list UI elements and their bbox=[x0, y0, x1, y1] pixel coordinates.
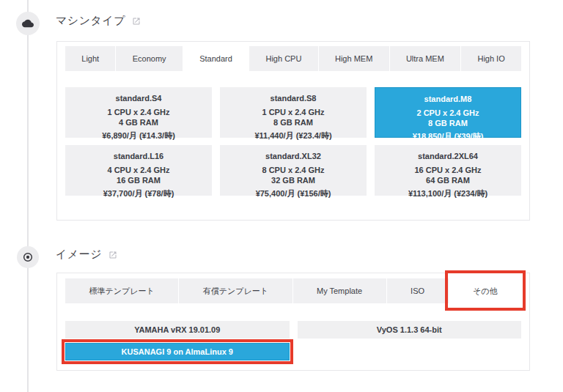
tab-light[interactable]: Light bbox=[65, 46, 115, 71]
card-standard-s8[interactable]: standard.S8 1 CPU x 2.4 GHz 8 GB RAM ¥11… bbox=[220, 87, 367, 138]
image-step-marker bbox=[17, 246, 39, 268]
tab-economy[interactable]: Economy bbox=[116, 46, 182, 71]
card-ram: 64 GB RAM bbox=[375, 175, 521, 185]
card-ram: 32 GB RAM bbox=[220, 175, 367, 185]
machine-type-tabs: Light Economy Standard High CPU High MEM… bbox=[65, 46, 521, 71]
card-ram: 8 GB RAM bbox=[375, 118, 520, 128]
card-price: ¥6,890/月 (¥14.3/時) bbox=[65, 130, 212, 141]
tab-my-template[interactable]: My Template bbox=[293, 278, 386, 303]
card-standard-l16[interactable]: standard.L16 4 CPU x 2.4 GHz 16 GB RAM ¥… bbox=[65, 145, 212, 196]
card-name: standard.2XL64 bbox=[375, 151, 521, 161]
option-yamaha-vrx[interactable]: YAMAHA vRX 19.01.09 bbox=[65, 321, 290, 339]
card-price: ¥113,100/月 (¥234/時) bbox=[375, 188, 521, 199]
card-ram: 8 GB RAM bbox=[220, 117, 367, 127]
card-cpu: 2 CPU x 2.4 GHz bbox=[375, 108, 520, 118]
card-cpu: 16 CPU x 2.4 GHz bbox=[375, 165, 521, 175]
card-cpu: 1 CPU x 2.4 GHz bbox=[65, 107, 212, 117]
card-standard-xl32[interactable]: standard.XL32 8 CPU x 2.4 GHz 32 GB RAM … bbox=[220, 145, 367, 196]
card-name: standard.XL32 bbox=[220, 151, 367, 161]
card-ram: 4 GB RAM bbox=[65, 117, 212, 127]
card-cpu: 4 CPU x 2.4 GHz bbox=[65, 165, 212, 175]
card-ram: 16 GB RAM bbox=[65, 175, 212, 185]
tab-ultra-mem[interactable]: Ultra MEM bbox=[390, 46, 461, 71]
card-name: standard.L16 bbox=[65, 151, 212, 161]
external-link-icon[interactable] bbox=[108, 251, 117, 259]
tab-other-label: その他 bbox=[473, 286, 498, 297]
card-price: ¥18,850/月 (¥39/時) bbox=[375, 131, 520, 141]
machine-type-step-marker bbox=[16, 12, 40, 35]
tab-other[interactable]: その他 bbox=[449, 278, 521, 303]
tab-iso[interactable]: ISO bbox=[387, 278, 449, 303]
disc-target-icon bbox=[22, 251, 34, 263]
cloud-icon bbox=[22, 18, 34, 29]
option-vyos[interactable]: VyOS 1.1.3 64-bit bbox=[298, 321, 522, 339]
setup-wizard-page: マシンタイプ Light Economy Standard High CPU H… bbox=[0, 0, 563, 392]
card-standard-2xl64[interactable]: standard.2XL64 16 CPU x 2.4 GHz 64 GB RA… bbox=[375, 145, 521, 196]
machine-type-panel: Light Economy Standard High CPU High MEM… bbox=[56, 41, 530, 221]
card-name: standard.S4 bbox=[65, 93, 212, 103]
option-kusanagi-selected[interactable]: KUSANAGI 9 on AlmaLinux 9 bbox=[65, 343, 290, 360]
image-title: イメージ bbox=[56, 248, 102, 262]
machine-type-header: マシンタイプ bbox=[56, 14, 141, 28]
image-panel: 標準テンプレート 有償テンプレート My Template ISO その他 YA… bbox=[56, 273, 530, 371]
card-standard-s4[interactable]: standard.S4 1 CPU x 2.4 GHz 4 GB RAM ¥6,… bbox=[65, 87, 212, 138]
image-options: YAMAHA vRX 19.01.09 VyOS 1.1.3 64-bit KU… bbox=[65, 321, 521, 360]
option-kusanagi-label: KUSANAGI 9 on AlmaLinux 9 bbox=[122, 347, 233, 356]
card-name: standard.M8 bbox=[375, 94, 520, 104]
image-tabs: 標準テンプレート 有償テンプレート My Template ISO その他 bbox=[65, 278, 521, 303]
card-cpu: 1 CPU x 2.4 GHz bbox=[220, 107, 367, 117]
card-price: ¥11,440/月 (¥23.4/時) bbox=[220, 130, 367, 141]
tab-standard-template[interactable]: 標準テンプレート bbox=[65, 278, 178, 303]
tab-standard[interactable]: Standard bbox=[183, 46, 249, 71]
card-name: standard.S8 bbox=[220, 93, 367, 103]
image-header: イメージ bbox=[56, 248, 117, 262]
timeline-line bbox=[27, 0, 29, 392]
tab-paid-template[interactable]: 有償テンプレート bbox=[179, 278, 292, 303]
card-cpu: 8 CPU x 2.4 GHz bbox=[220, 165, 367, 175]
card-standard-m8-selected[interactable]: standard.M8 2 CPU x 2.4 GHz 8 GB RAM ¥18… bbox=[375, 87, 521, 138]
card-price: ¥37,700/月 (¥78/時) bbox=[65, 188, 212, 199]
tab-high-mem[interactable]: High MEM bbox=[319, 46, 389, 71]
external-link-icon[interactable] bbox=[132, 17, 141, 26]
machine-type-cards: standard.S4 1 CPU x 2.4 GHz 4 GB RAM ¥6,… bbox=[65, 87, 521, 196]
card-price: ¥75,400/月 (¥156/時) bbox=[220, 188, 367, 199]
machine-type-title: マシンタイプ bbox=[56, 14, 125, 28]
tab-high-cpu[interactable]: High CPU bbox=[249, 46, 318, 71]
tab-high-io[interactable]: High IO bbox=[461, 46, 521, 71]
